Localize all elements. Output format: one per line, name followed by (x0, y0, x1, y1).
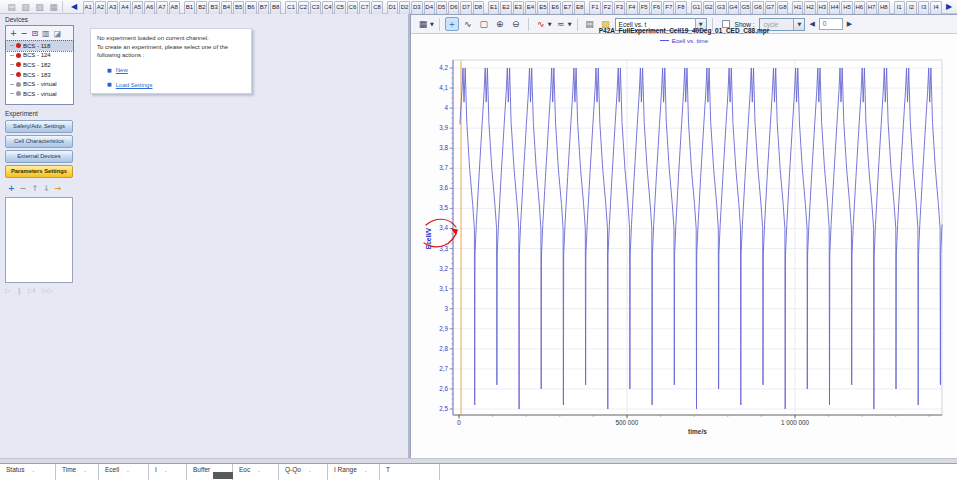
experiment-button-0[interactable]: Safety/Adv. Settings (5, 120, 73, 133)
channel-tab-E2[interactable]: E2 (500, 1, 511, 14)
move-up-icon[interactable]: ↑ (31, 182, 38, 195)
pause-icon[interactable]: ‖ (17, 287, 21, 295)
channel-tab-A1[interactable]: A1 (83, 1, 94, 14)
channel-tab-E3[interactable]: E3 (513, 1, 524, 14)
channel-tab-F5[interactable]: F5 (639, 1, 650, 14)
channel-tab-F6[interactable]: F6 (651, 1, 662, 14)
channel-tab-H3[interactable]: H3 (817, 1, 828, 14)
channel-tab-A5[interactable]: A5 (132, 1, 143, 14)
channel-tab-A3[interactable]: A3 (107, 1, 118, 14)
new-experiment-link[interactable]: New (116, 66, 128, 75)
channel-tab-A8[interactable]: A8 (169, 1, 180, 14)
remove-parameter-icon[interactable]: − (20, 182, 27, 195)
channel-tab-C2[interactable]: C2 (298, 1, 309, 14)
channel-tab-I3[interactable]: I3 (918, 1, 929, 14)
add-parameter-icon[interactable]: + (8, 182, 15, 195)
channel-tab-A2[interactable]: A2 (95, 1, 106, 14)
channel-tab-D2[interactable]: D2 (399, 1, 410, 14)
channel-tab-G6[interactable]: G6 (752, 1, 763, 14)
device-item-0[interactable]: BCS - 118 (6, 41, 73, 51)
channel-tab-C8[interactable]: C8 (371, 1, 382, 14)
channel-tab-C5[interactable]: C5 (334, 1, 345, 14)
save-icon[interactable]: ▦ (47, 1, 60, 13)
channel-tab-H8[interactable]: H8 (878, 1, 889, 14)
skip-sequence-icon[interactable]: ▷▷ (42, 287, 53, 295)
channel-tab-D7[interactable]: D7 (460, 1, 471, 14)
channel-tab-B8[interactable]: B8 (270, 1, 281, 14)
channel-tab-H6[interactable]: H6 (854, 1, 865, 14)
channel-tab-B3[interactable]: B3 (208, 1, 219, 14)
channel-tab-B5[interactable]: B5 (233, 1, 244, 14)
channel-tab-D5[interactable]: D5 (436, 1, 447, 14)
channel-tab-I4[interactable]: I4 (930, 1, 941, 14)
channel-tab-F4[interactable]: F4 (626, 1, 637, 14)
channel-tab-G3[interactable]: G3 (715, 1, 726, 14)
add-device-icon[interactable]: + (10, 27, 17, 40)
channel-tab-C7[interactable]: C7 (359, 1, 370, 14)
channel-tab-G2[interactable]: G2 (703, 1, 714, 14)
parameters-list[interactable] (5, 197, 73, 283)
device-item-3[interactable]: BCS - 183 (6, 70, 73, 80)
channel-tab-C1[interactable]: C1 (285, 1, 296, 14)
channel-tab-D1[interactable]: D1 (387, 1, 398, 14)
channel-tab-B6[interactable]: B6 (245, 1, 256, 14)
move-down-icon[interactable]: ↓ (43, 182, 50, 195)
experiment-button-2[interactable]: External Devices (5, 150, 73, 163)
channel-tab-I1[interactable]: I1 (894, 1, 905, 14)
channel-tab-B2[interactable]: B2 (196, 1, 207, 14)
device-config-icon[interactable]: ⊡ (31, 27, 38, 40)
channel-tab-B7[interactable]: B7 (258, 1, 269, 14)
channel-tab-B1[interactable]: B1 (184, 1, 195, 14)
device-table-icon[interactable]: ▥ (42, 27, 50, 40)
experiment-button-3[interactable]: Parameters Settings (5, 165, 73, 178)
channel-tab-C4[interactable]: C4 (322, 1, 333, 14)
channel-tab-H7[interactable]: H7 (866, 1, 877, 14)
channel-tab-H2[interactable]: H2 (804, 1, 815, 14)
modify-parameter-icon[interactable]: → (55, 182, 62, 195)
device-item-1[interactable]: BCS - 124 (6, 51, 73, 61)
open-experiment-icon[interactable]: ▧ (19, 1, 32, 13)
remove-device-icon[interactable]: − (21, 27, 28, 40)
channel-tab-H5[interactable]: H5 (841, 1, 852, 14)
channel-tab-E5[interactable]: E5 (537, 1, 548, 14)
channel-tab-G1[interactable]: G1 (691, 1, 702, 14)
channel-tab-H1[interactable]: H1 (792, 1, 803, 14)
channel-tab-D8[interactable]: D8 (473, 1, 484, 14)
experiment-button-1[interactable]: Cell Characteristics (5, 135, 73, 148)
channel-tab-F7[interactable]: F7 (663, 1, 674, 14)
device-item-4[interactable]: BCS - virtual (6, 79, 73, 89)
channel-tab-F3[interactable]: F3 (614, 1, 625, 14)
channel-tab-B4[interactable]: B4 (221, 1, 232, 14)
channel-tab-F1[interactable]: F1 (589, 1, 600, 14)
channel-tab-I2[interactable]: I2 (906, 1, 917, 14)
device-item-5[interactable]: BCS - virtual (6, 89, 73, 99)
channel-tab-G4[interactable]: G4 (728, 1, 739, 14)
load-settings-link[interactable]: Load Settings (116, 81, 153, 90)
run-icon[interactable]: ▷ (5, 287, 10, 295)
channel-tab-A6[interactable]: A6 (144, 1, 155, 14)
channel-tab-E1[interactable]: E1 (488, 1, 499, 14)
device-folder-icon[interactable]: ◪ (54, 27, 62, 40)
next-technique-icon[interactable]: ▷I (28, 287, 35, 295)
channel-tab-A7[interactable]: A7 (156, 1, 167, 14)
channel-tab-E8[interactable]: E8 (574, 1, 585, 14)
channel-tab-G5[interactable]: G5 (740, 1, 751, 14)
channel-tab-D3[interactable]: D3 (411, 1, 422, 14)
channel-tab-H4[interactable]: H4 (829, 1, 840, 14)
channel-tab-F8[interactable]: F8 (675, 1, 686, 14)
tab-scroll-left-icon[interactable]: ◀ (71, 2, 77, 12)
channel-tab-F2[interactable]: F2 (602, 1, 613, 14)
channel-tab-E4[interactable]: E4 (525, 1, 536, 14)
channel-tab-A4[interactable]: A4 (119, 1, 130, 14)
channel-tab-G7[interactable]: G7 (765, 1, 776, 14)
new-settings-icon[interactable]: ▤ (5, 1, 18, 13)
chart-plot-area[interactable]: 4,24,143,93,83,73,63,53,43,33,23,132,92,… (411, 34, 956, 460)
channel-tab-D6[interactable]: D6 (448, 1, 459, 14)
import-settings-icon[interactable]: ▨ (33, 1, 46, 13)
channel-tab-E6[interactable]: E6 (549, 1, 560, 14)
tab-scroll-right-icon[interactable]: ▶ (946, 2, 952, 12)
channel-tab-E7[interactable]: E7 (562, 1, 573, 14)
channel-tab-G8[interactable]: G8 (777, 1, 788, 14)
device-item-2[interactable]: BCS - 182 (6, 60, 73, 70)
channel-tab-C6[interactable]: C6 (347, 1, 358, 14)
